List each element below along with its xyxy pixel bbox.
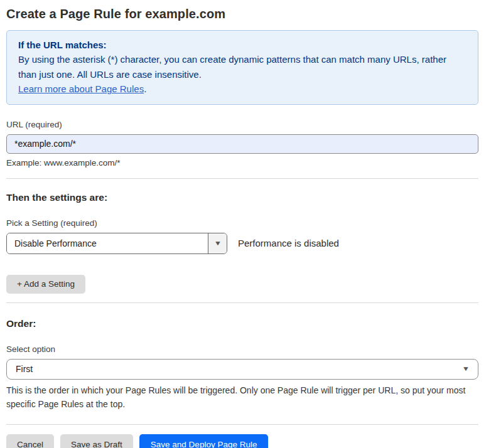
- callout-body: By using the asterisk (*) character, you…: [18, 52, 466, 82]
- setting-select-value: Disable Performance: [7, 233, 208, 253]
- chevron-down-icon: ▼: [213, 240, 221, 247]
- add-setting-button[interactable]: + Add a Setting: [6, 275, 85, 294]
- order-section-heading: Order:: [6, 318, 478, 329]
- order-select[interactable]: First ▼: [6, 359, 478, 380]
- setting-select[interactable]: Disable Performance ▼: [6, 233, 227, 254]
- url-match-callout: If the URL matches: By using the asteris…: [6, 30, 478, 105]
- url-example-helper: Example: www.example.com/*: [6, 158, 478, 168]
- settings-section-heading: Then the settings are:: [6, 192, 478, 203]
- order-helper-text: This is the order in which your Page Rul…: [6, 383, 478, 412]
- save-and-deploy-button[interactable]: Save and Deploy Page Rule: [139, 434, 269, 448]
- callout-heading: If the URL matches:: [18, 38, 466, 52]
- order-select-value: First: [16, 364, 33, 374]
- setting-select-arrow-button[interactable]: ▼: [208, 233, 227, 253]
- page-title: Create a Page Rule for example.com: [6, 7, 478, 21]
- link-period: .: [144, 83, 146, 94]
- learn-more-link[interactable]: Learn more about Page Rules: [18, 83, 144, 94]
- form-actions: Cancel Save as Draft Save and Deploy Pag…: [6, 434, 478, 448]
- divider: [6, 424, 478, 425]
- setting-row: Disable Performance ▼ Performance is dis…: [6, 233, 478, 254]
- chevron-down-icon: ▼: [462, 366, 470, 372]
- cancel-button[interactable]: Cancel: [6, 434, 54, 448]
- divider: [6, 302, 478, 303]
- url-field-label: URL (required): [6, 120, 478, 129]
- setting-status-text: Performance is disabled: [238, 238, 339, 248]
- callout-link-line: Learn more about Page Rules.: [18, 82, 466, 96]
- page-rule-form: Create a Page Rule for example.com If th…: [6, 7, 478, 448]
- divider: [6, 178, 478, 179]
- pick-setting-label: Pick a Setting (required): [6, 218, 478, 228]
- url-input[interactable]: [6, 134, 478, 154]
- save-as-draft-button[interactable]: Save as Draft: [60, 434, 133, 448]
- order-select-label: Select option: [6, 344, 478, 354]
